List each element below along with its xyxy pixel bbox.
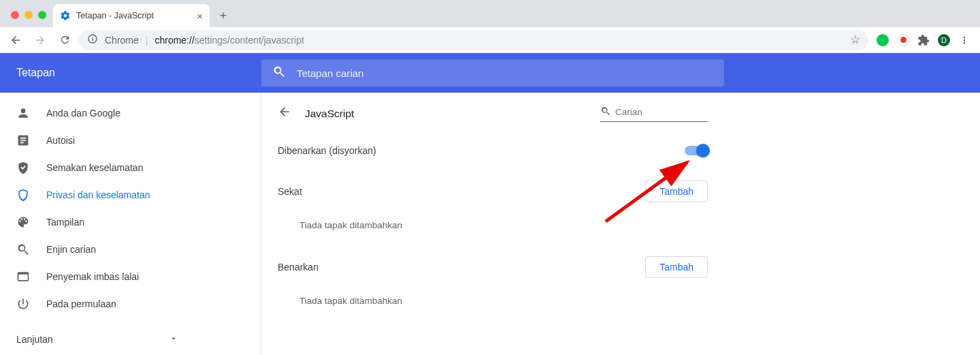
extension-adblock-icon[interactable] <box>897 34 909 46</box>
browser-toolbar: Chrome | chrome://settings/content/javas… <box>0 27 980 53</box>
omnibox-chrome-label: Chrome <box>105 35 139 46</box>
settings-body: Anda dan Google Autoisi Semakan keselama… <box>0 93 980 355</box>
back-button[interactable] <box>5 30 26 50</box>
sidebar-item-safety-check[interactable]: Semakan keselamatan <box>0 154 261 181</box>
tab-title: Tetapan - JavaScript <box>76 11 154 20</box>
shield-check-icon <box>16 161 30 174</box>
site-info-icon[interactable] <box>87 33 98 46</box>
block-section-title: Sekat <box>278 186 645 197</box>
shield-icon <box>16 188 30 202</box>
window-controls <box>11 11 46 19</box>
sidebar-item-label: Semakan keselamatan <box>46 162 143 173</box>
page-title: JavaScript <box>305 108 587 120</box>
sidebar-item-autofill[interactable]: Autoisi <box>0 127 261 154</box>
settings-topbar: Tetapan <box>0 53 980 93</box>
sidebar-item-default-browser[interactable]: Penyemak imbas lalai <box>0 263 261 290</box>
browser-chrome: Tetapan - JavaScript × + Chrome | chrome… <box>0 0 980 53</box>
block-section-header: Sekat Tambah <box>261 171 724 212</box>
settings-app: Tetapan Anda dan Google Autoisi Semakan … <box>0 53 980 355</box>
tab-strip: Tetapan - JavaScript × + <box>0 0 980 27</box>
autofill-icon <box>16 134 30 147</box>
bookmark-star-icon[interactable]: ☆ <box>850 33 860 47</box>
forward-button[interactable] <box>30 30 50 50</box>
extensions-puzzle-icon[interactable] <box>917 34 930 46</box>
sidebar-item-appearance[interactable]: Tampilan <box>0 209 261 236</box>
window-minimize-button[interactable] <box>24 11 33 19</box>
browser-menu-icon[interactable] <box>958 34 970 46</box>
block-empty-message: Tiada tapak ditambahkan <box>261 212 724 247</box>
power-icon <box>16 297 30 311</box>
gear-icon <box>60 10 71 21</box>
person-icon <box>16 106 30 120</box>
window-maximize-button[interactable] <box>38 11 46 19</box>
omnibox-divider: | <box>146 35 148 46</box>
sidebar-item-search-engine[interactable]: Enjin carian <box>0 236 261 263</box>
sidebar-advanced-toggle[interactable]: Lanjutan <box>0 323 261 355</box>
advanced-label: Lanjutan <box>16 334 53 345</box>
javascript-toggle[interactable] <box>685 146 708 155</box>
settings-sidebar: Anda dan Google Autoisi Semakan keselama… <box>0 93 261 355</box>
sidebar-item-label: Enjin carian <box>46 244 96 255</box>
page-search[interactable] <box>600 106 708 122</box>
sidebar-item-label: Pada permulaan <box>46 298 116 309</box>
extension-grammarly-icon[interactable] <box>877 34 889 46</box>
search-icon <box>600 106 611 119</box>
extension-icons: D <box>872 34 975 46</box>
chevron-down-icon <box>169 334 178 345</box>
page-search-input[interactable] <box>615 107 730 117</box>
sidebar-item-label: Autoisi <box>46 135 75 146</box>
omnibox-url: chrome://settings/content/javascript <box>154 35 304 46</box>
close-icon[interactable]: × <box>197 11 203 21</box>
settings-search-input[interactable] <box>297 67 713 79</box>
search-icon <box>272 65 286 81</box>
allowed-label: Dibenarkan (disyorkan) <box>278 145 685 156</box>
allow-section-title: Benarkan <box>278 262 645 273</box>
allow-empty-message: Tiada tapak ditambahkan <box>261 288 724 322</box>
settings-search-bar[interactable] <box>261 59 724 87</box>
search-icon <box>16 243 30 256</box>
sidebar-item-on-startup[interactable]: Pada permulaan <box>0 290 261 318</box>
sidebar-item-privacy-security[interactable]: Privasi dan keselamatan <box>0 181 261 209</box>
app-title: Tetapan <box>0 67 261 79</box>
add-allow-button[interactable]: Tambah <box>645 256 708 278</box>
allow-section-header: Benarkan Tambah <box>261 247 724 288</box>
page-header: JavaScript <box>261 93 724 130</box>
settings-content: JavaScript Dibenarkan (disyorkan) Sekat … <box>261 93 724 355</box>
new-tab-button[interactable]: + <box>214 6 233 25</box>
sidebar-item-label: Anda dan Google <box>46 108 120 119</box>
sidebar-item-label: Penyemak imbas lalai <box>46 271 139 282</box>
browser-tab[interactable]: Tetapan - JavaScript × <box>53 4 210 27</box>
reload-button[interactable] <box>54 30 75 50</box>
browser-icon <box>16 270 30 283</box>
window-close-button[interactable] <box>11 11 19 19</box>
allowed-toggle-row: Dibenarkan (disyorkan) <box>261 130 724 171</box>
sidebar-item-label: Tampilan <box>46 217 84 228</box>
palette-icon <box>16 215 30 229</box>
sidebar-item-label: Privasi dan keselamatan <box>46 189 150 200</box>
back-arrow-button[interactable] <box>278 105 291 122</box>
address-bar[interactable]: Chrome | chrome://settings/content/javas… <box>79 30 868 50</box>
profile-avatar[interactable]: D <box>938 34 950 46</box>
add-block-button[interactable]: Tambah <box>645 181 708 202</box>
sidebar-item-you-and-google[interactable]: Anda dan Google <box>0 99 261 127</box>
